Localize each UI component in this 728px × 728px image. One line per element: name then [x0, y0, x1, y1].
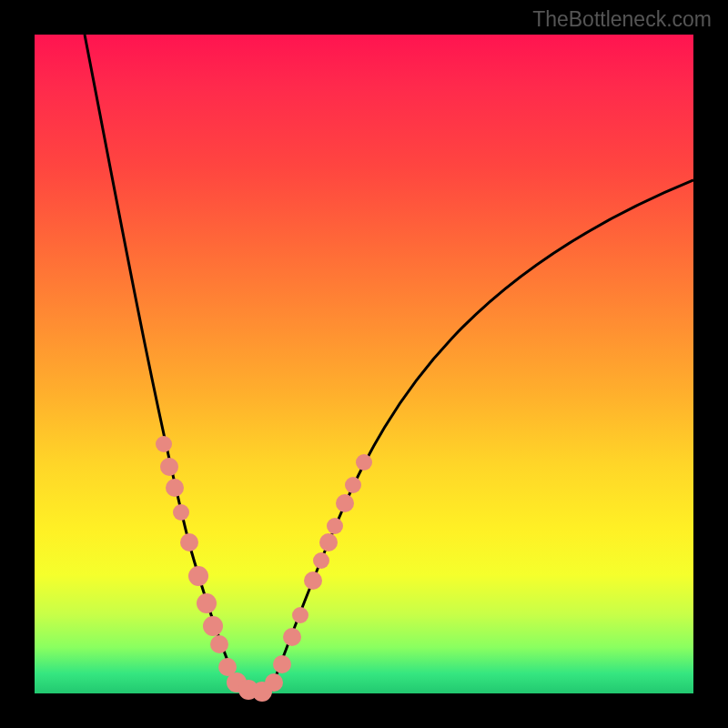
- chart-data-dot: [283, 628, 301, 646]
- chart-data-dot: [327, 518, 343, 534]
- chart-data-dot: [356, 454, 372, 470]
- chart-data-dot: [173, 504, 189, 521]
- chart-data-dot: [336, 494, 354, 512]
- chart-data-dot: [313, 552, 329, 569]
- chart-data-dot: [273, 655, 291, 673]
- chart-data-dot: [319, 533, 338, 551]
- chart-data-dot: [203, 616, 223, 636]
- chart-plot-area: [35, 35, 693, 693]
- chart-data-dot: [292, 607, 308, 623]
- chart-data-dot: [188, 566, 208, 586]
- chart-data-dot: [345, 477, 361, 493]
- chart-data-dot: [304, 571, 322, 590]
- chart-data-dot: [160, 458, 178, 476]
- watermark-text: TheBottleneck.com: [532, 7, 712, 32]
- chart-data-dot: [197, 593, 217, 613]
- chart-data-dot: [166, 479, 184, 497]
- chart-data-dot: [210, 635, 228, 653]
- chart-dots-layer: [35, 35, 693, 693]
- chart-data-dot: [156, 436, 172, 452]
- chart-data-dot: [265, 673, 283, 692]
- chart-data-dot: [180, 533, 198, 551]
